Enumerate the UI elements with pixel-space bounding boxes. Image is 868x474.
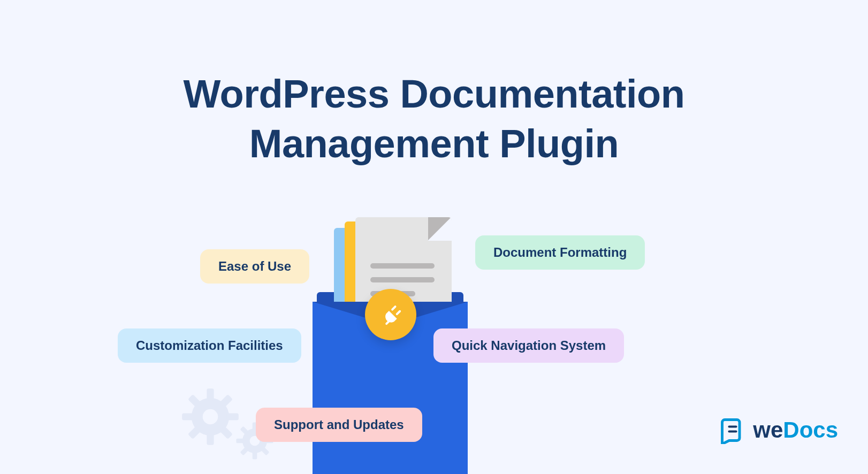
wedocs-logo-text: weDocs [753, 417, 838, 443]
plug-icon [365, 289, 416, 340]
svg-line-21 [397, 311, 400, 314]
title-line-2: Management Plugin [249, 121, 619, 166]
feature-pill-document-formatting: Document Formatting [475, 235, 645, 270]
feature-pill-customization: Customization Facilities [118, 328, 301, 363]
main-title: WordPress Documentation Management Plugi… [0, 70, 868, 169]
svg-rect-4 [227, 413, 239, 420]
svg-rect-2 [207, 433, 214, 445]
svg-rect-13 [236, 439, 243, 444]
svg-rect-12 [253, 452, 257, 459]
feature-pill-ease-of-use: Ease of Use [200, 249, 309, 284]
svg-rect-3 [182, 413, 194, 420]
wedocs-logo-icon [719, 416, 747, 444]
svg-line-20 [392, 307, 395, 309]
feature-pill-support: Support and Updates [256, 408, 422, 442]
svg-rect-1 [207, 388, 214, 400]
title-line-1: WordPress Documentation [184, 72, 685, 116]
wedocs-logo: weDocs [719, 416, 838, 444]
svg-point-9 [203, 409, 218, 425]
feature-pill-quick-navigation: Quick Navigation System [433, 328, 624, 363]
